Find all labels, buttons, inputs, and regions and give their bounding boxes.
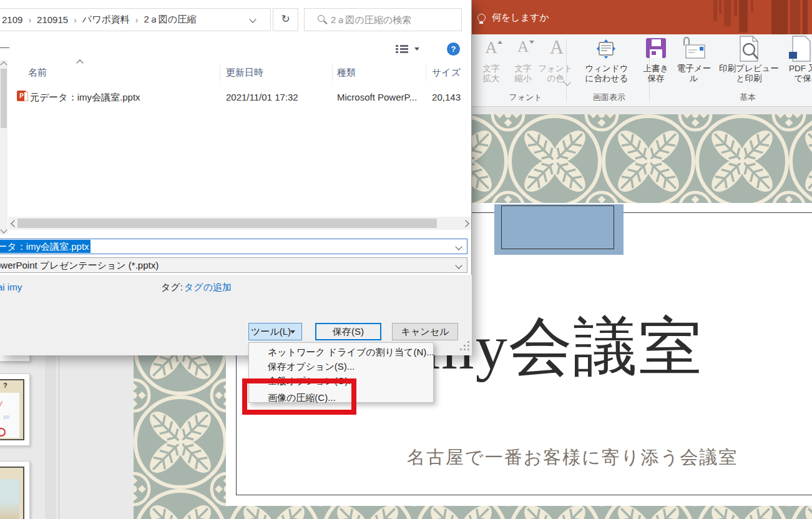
placeholder-border (501, 205, 614, 249)
powerpoint-file-icon: P (17, 91, 26, 101)
slide-thumbnail[interactable] (0, 461, 30, 519)
decrease-font-label: 文字 縮小 (509, 64, 537, 84)
filetype-select[interactable]: PowerPoint プレゼンテーション (*.pptx) (0, 257, 467, 273)
thumbnail-map-image (0, 393, 19, 438)
print-preview-label[interactable]: 印刷プレビュー と印刷 (718, 64, 780, 84)
pdf-export-label[interactable]: PDF 又は で保存 (773, 64, 812, 84)
tellme-box[interactable]: 何をしますか (492, 12, 549, 24)
breadcrumb-separator-icon: › (28, 15, 31, 25)
file-size-cell: 20,143 (412, 92, 461, 102)
filetype-dropdown-icon[interactable] (455, 262, 462, 269)
tags-label: タグ: (161, 282, 183, 294)
tools-dropdown-icon (290, 330, 295, 334)
view-dropdown-icon[interactable] (414, 47, 419, 51)
sort-ascending-icon (76, 59, 83, 66)
cancel-button[interactable]: キャンセル (392, 323, 458, 340)
email-label[interactable]: 電子メール (673, 64, 715, 84)
help-button[interactable]: ? (447, 42, 460, 56)
details-view-icon[interactable] (396, 44, 408, 54)
save-icon[interactable] (646, 38, 666, 59)
increase-font-label: 文字 拡大 (477, 64, 505, 84)
scroll-right-icon[interactable] (462, 220, 469, 227)
save-label[interactable]: 上書き 保存 (638, 64, 673, 84)
save-as-dialog: 2109 › 210915 › パワポ資料 › 2ａ図の圧縮 ↻ 2ａ図の圧縮の… (0, 0, 472, 355)
author-link[interactable]: ai imy (0, 282, 22, 292)
scroll-down-icon[interactable] (0, 226, 7, 233)
selected-picture-placeholder[interactable] (494, 204, 624, 255)
scrollbar-thumb[interactable] (1, 69, 7, 128)
slide-thumbnail[interactable]: ? (0, 373, 30, 446)
caret-up-icon (497, 41, 502, 44)
column-header-name[interactable]: 名前 (28, 67, 47, 79)
menu-item-map-network-drive[interactable]: ネットワーク ドライブの割り当て(N)... (249, 345, 433, 359)
file-type-cell: Microsoft PowerP... (337, 92, 417, 102)
breadcrumb-separator-icon: › (74, 15, 77, 25)
filetype-value: PowerPoint プレゼンテーション (*.pptx) (0, 260, 159, 270)
filename-dropdown-icon[interactable] (455, 243, 462, 250)
save-button[interactable]: 保存(S) (315, 323, 381, 340)
annotation-highlight-rectangle (242, 378, 356, 415)
breadcrumb-item[interactable]: 2109 (2, 14, 22, 25)
toolbar-remnant: — (0, 41, 9, 52)
breadcrumb-item[interactable]: 2ａ図の圧縮 (144, 14, 197, 26)
screen: 何をしますか A A A 文字 拡大 文字 縮小 フォント の色 フォント ウィ… (0, 0, 812, 519)
scroll-up-icon[interactable] (0, 61, 7, 68)
scroll-left-icon[interactable] (11, 220, 17, 227)
scrollbar-thumb[interactable] (17, 219, 437, 228)
breadcrumb[interactable]: 2109 › 210915 › パワポ資料 › 2ａ図の圧縮 (0, 8, 271, 31)
resize-grip[interactable] (460, 341, 462, 343)
add-tag-link[interactable]: タグの追加 (184, 282, 232, 294)
file-modified-cell: 2021/11/01 17:32 (226, 92, 298, 102)
fit-window-icon[interactable] (595, 38, 617, 61)
font-group-label: フォント (479, 92, 572, 103)
fit-window-label[interactable]: ウィンドウ に合わせる (584, 64, 629, 84)
caret-down-icon (529, 41, 534, 44)
pdf-export-icon[interactable] (789, 36, 812, 62)
filename-selected-text: 元データ：imy会議室.pptx (0, 240, 90, 253)
breadcrumb-item[interactable]: パワポ資料 (82, 14, 130, 26)
tools-button[interactable]: ツール(L) (248, 323, 302, 340)
breadcrumb-item[interactable]: 210915 (37, 14, 68, 25)
print-preview-icon[interactable] (736, 36, 761, 62)
file-name-cell[interactable]: 元データ：imy会議室.pptx (30, 92, 140, 104)
refresh-button[interactable]: ↻ (273, 8, 298, 31)
search-icon (318, 15, 325, 22)
slide-subtitle[interactable]: 名古屋で一番お客様に寄り添う会議室 (407, 445, 738, 470)
column-header-modified[interactable]: 更新日時 (226, 67, 263, 79)
display-group-label: 画面表示 (574, 92, 644, 103)
breadcrumb-separator-icon: › (135, 15, 139, 25)
email-icon[interactable] (680, 37, 708, 61)
search-placeholder: 2ａ図の圧縮の検索 (331, 9, 411, 31)
address-dropdown-icon[interactable] (249, 16, 256, 22)
column-header-type[interactable]: 種類 (337, 67, 356, 79)
vertical-scrollbar[interactable] (0, 60, 7, 234)
skyline-decoration (713, 0, 717, 21)
search-input[interactable]: 2ａ図の圧縮の検索 (304, 8, 462, 31)
lightbulb-icon (477, 14, 486, 22)
menu-item-save-options[interactable]: 保存オプション(S)... (249, 359, 433, 373)
column-header-size[interactable]: サイズ (412, 67, 461, 79)
filename-input[interactable]: 元データ：imy会議室.pptx (0, 239, 467, 254)
thumbnail-text: ? (3, 382, 7, 389)
horizontal-scrollbar[interactable] (8, 217, 471, 230)
basic-group-label: 基本 (654, 92, 812, 103)
thumbnail-photo (0, 479, 19, 519)
font-color-button[interactable]: A (541, 36, 573, 59)
